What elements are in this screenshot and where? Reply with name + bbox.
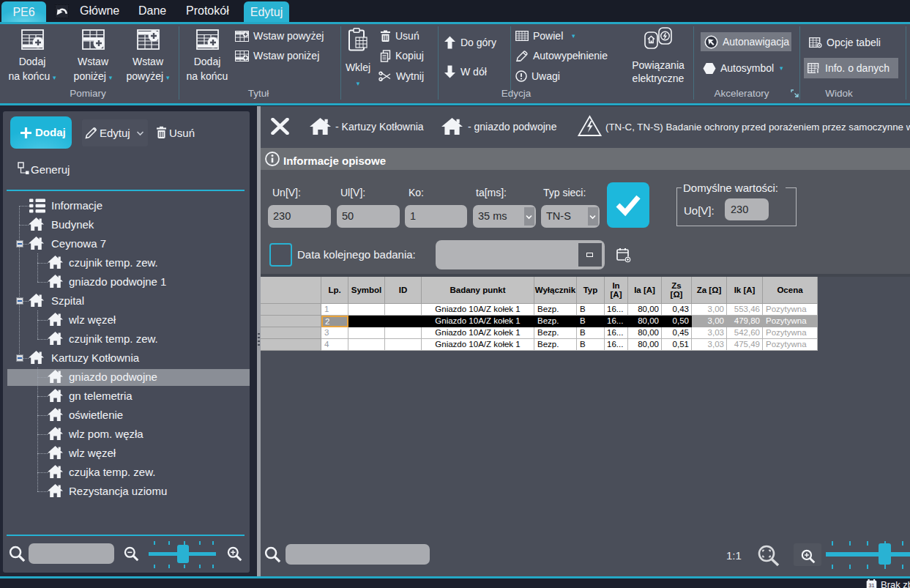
svg-text:31: 31 bbox=[869, 583, 875, 588]
